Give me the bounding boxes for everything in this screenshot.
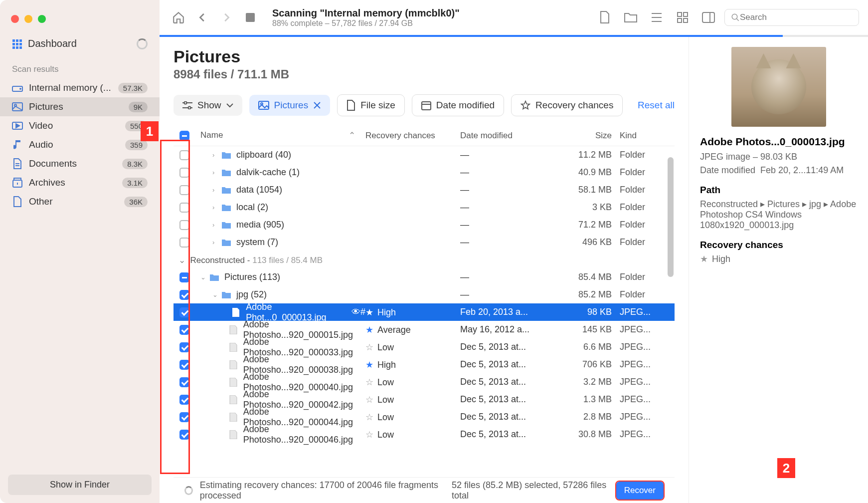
disclosure-icon[interactable]: › — [212, 204, 221, 211]
table-row[interactable]: ›data (1054) — 58.1 MB Folder — [174, 181, 675, 199]
row-checkbox[interactable] — [179, 185, 189, 195]
sidebar-item-audio[interactable]: Audio 359 — [0, 135, 160, 154]
recovery-value: Low — [377, 412, 394, 422]
table-row[interactable]: Adobe Photosho...920_000033.jpg ☆Low Dec… — [174, 338, 675, 356]
disclosure-icon[interactable]: › — [212, 169, 221, 176]
row-checkbox[interactable] — [179, 360, 189, 370]
table-row[interactable]: Adobe Photosho...920_000040.jpg ☆Low Dec… — [174, 373, 675, 391]
show-in-finder-button[interactable]: Show in Finder — [8, 475, 152, 495]
disclosure-icon[interactable]: ⌄ — [200, 273, 209, 281]
table-row[interactable]: ›clipboard (40) — 11.2 MB Folder — [174, 146, 675, 164]
col-name[interactable]: Name ⌃ — [195, 130, 365, 141]
show-filter[interactable]: Show — [174, 95, 242, 116]
search-box[interactable] — [724, 9, 859, 26]
row-checkbox[interactable] — [179, 272, 189, 282]
date-modified-filter[interactable]: Date modified — [412, 94, 504, 116]
table-row[interactable]: Adobe Photosho...920_000038.jpg ★High De… — [174, 356, 675, 373]
sidebar-item-picture[interactable]: Pictures 9K — [0, 97, 160, 116]
back-button[interactable] — [192, 7, 212, 27]
preview-meta-1: JPEG image – 98.03 KB — [700, 152, 857, 162]
picture-icon — [12, 101, 23, 112]
sidebar-item-label: Archives — [29, 177, 65, 188]
row-checkbox[interactable] — [179, 342, 189, 352]
row-checkbox[interactable] — [179, 150, 189, 160]
col-kind[interactable]: Kind — [620, 131, 675, 141]
sidebar-item-video[interactable]: Video 550 — [0, 116, 160, 135]
search-input[interactable] — [740, 12, 853, 22]
col-size[interactable]: Size — [560, 131, 620, 141]
col-date[interactable]: Date modified — [460, 131, 560, 141]
disclosure-icon[interactable]: ⌄ — [212, 291, 221, 298]
table-row[interactable]: Adobe Photosho...920_000015.jpg ★Average… — [174, 321, 675, 338]
minimize-icon[interactable] — [24, 15, 32, 23]
table-row[interactable]: Adobe Photosho...920_000044.jpg ☆Low Dec… — [174, 408, 675, 426]
row-checkbox[interactable] — [179, 412, 189, 422]
reset-all-link[interactable]: Reset all — [638, 100, 675, 111]
row-checkbox[interactable] — [179, 395, 189, 405]
file-icon — [229, 325, 239, 334]
forward-button[interactable] — [216, 7, 236, 27]
recover-button[interactable]: Recover — [616, 482, 664, 500]
dashboard-link[interactable]: Dashboard — [0, 33, 160, 54]
file-size-filter[interactable]: File size — [337, 94, 405, 116]
row-size: 11.2 MB — [560, 150, 620, 160]
row-size: 85.4 MB — [560, 272, 620, 282]
grid-icon — [12, 39, 22, 49]
sidebar-item-archive[interactable]: Archives 3.1K — [0, 173, 160, 192]
file-icon — [232, 308, 242, 317]
row-date: — — [460, 185, 560, 195]
maximize-icon[interactable] — [38, 15, 46, 23]
row-checkbox[interactable] — [179, 377, 189, 387]
scrollbar-thumb[interactable] — [668, 157, 674, 277]
page-title: Pictures — [174, 47, 675, 66]
table-row[interactable]: Adobe Photosho...920_000046.jpg ☆Low Dec… — [174, 426, 675, 443]
panel-icon[interactable] — [698, 7, 718, 27]
grid-view-icon[interactable] — [673, 7, 693, 27]
list-view-icon[interactable] — [647, 7, 667, 27]
disclosure-icon[interactable]: › — [212, 221, 221, 229]
row-date: — — [460, 202, 560, 213]
table-row[interactable]: ›dalvik-cache (1) — 40.9 MB Folder — [174, 164, 675, 181]
row-checkbox[interactable] — [179, 430, 189, 440]
svg-rect-2 — [19, 39, 22, 42]
row-checkbox[interactable] — [179, 168, 189, 178]
row-checkbox[interactable] — [179, 325, 189, 335]
recovery-filter[interactable]: Recovery chances — [511, 94, 623, 116]
close-icon[interactable] — [313, 101, 321, 109]
sidebar-item-count: 57.3K — [118, 83, 148, 93]
svg-rect-21 — [684, 12, 688, 16]
disclosure-icon[interactable]: › — [212, 239, 221, 246]
row-checkbox[interactable] — [179, 238, 189, 248]
disclosure-icon[interactable]: › — [212, 186, 221, 194]
row-checkbox[interactable] — [179, 220, 189, 230]
disclosure-icon[interactable]: › — [212, 151, 221, 159]
select-all-checkbox[interactable] — [179, 131, 189, 141]
pictures-filter[interactable]: Pictures — [249, 95, 331, 116]
svg-rect-8 — [19, 46, 22, 49]
table-row[interactable]: ›media (905) — 71.2 MB Folder — [174, 216, 675, 234]
sidebar-item-drive[interactable]: Internal memory (... 57.3K — [0, 78, 160, 97]
col-recovery[interactable]: Recovery chances — [365, 131, 460, 141]
row-checkbox[interactable] — [179, 290, 189, 300]
home-button[interactable] — [169, 7, 188, 27]
svg-rect-23 — [684, 18, 688, 22]
row-date: Feb 20, 2013 a... — [460, 307, 560, 317]
folder-icon[interactable] — [621, 7, 641, 27]
table-row[interactable]: Adobe Phot...0_000013.jpg 👁 # ★High Feb … — [174, 303, 675, 321]
stop-button[interactable] — [240, 7, 260, 27]
row-checkbox[interactable] — [179, 307, 189, 317]
sidebar-item-document[interactable]: Documents 8.3K — [0, 154, 160, 173]
new-file-icon[interactable] — [595, 7, 615, 27]
row-date: — — [460, 150, 560, 160]
row-size: 1.3 MB — [560, 394, 620, 405]
group-row[interactable]: ⌄ Reconstructed - 113 files / 85.4 MB — [174, 251, 675, 268]
table-row[interactable]: ›local (2) — 3 KB Folder — [174, 199, 675, 216]
row-checkbox[interactable] — [179, 203, 189, 213]
sidebar-item-other[interactable]: Other 36K — [0, 192, 160, 211]
table-row[interactable]: ›system (7) — 496 KB Folder — [174, 234, 675, 251]
table-row[interactable]: Adobe Photosho...920_000042.jpg ☆Low Dec… — [174, 391, 675, 408]
close-icon[interactable] — [11, 15, 19, 23]
table-row[interactable]: ⌄Pictures (113) — 85.4 MB Folder — [174, 268, 675, 286]
table-row[interactable]: ⌄jpg (52) — 85.2 MB Folder — [174, 286, 675, 303]
star-icon: ☆ — [365, 430, 373, 440]
